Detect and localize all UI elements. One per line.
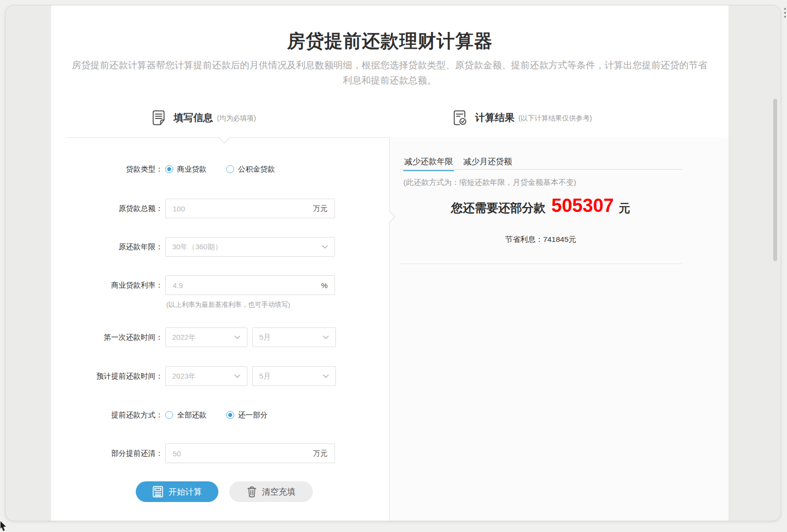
chevron-down-icon: [234, 335, 241, 339]
rate-input[interactable]: [166, 276, 321, 295]
prepay-month-value: 5月: [259, 372, 271, 381]
radio-partial-repay-icon[interactable]: [226, 411, 234, 419]
result-section-title: 计算结果: [475, 111, 515, 124]
loan-amount-unit: 万元: [313, 204, 334, 213]
radio-fund-loan-icon[interactable]: [226, 165, 234, 173]
radio-option-full-repay[interactable]: 全部还款: [165, 411, 207, 420]
prepay-year-value: 2023年: [172, 372, 196, 381]
calculator-icon: [152, 486, 163, 498]
loan-type-row: 贷款类型： 商业贷款 公积金贷款: [51, 159, 275, 179]
prepay-time-label: 预计提前还款时间：: [51, 372, 163, 381]
saved-interest: 节省利息：741845元: [390, 235, 692, 245]
document-lines-icon: [152, 110, 165, 125]
scrollbar-thumb[interactable]: [773, 99, 777, 261]
rate-row: 商业贷款利率： %: [51, 275, 335, 295]
method-note: (此还款方式为：缩短还款年限，月贷金额基本不变): [403, 177, 576, 188]
result-section-note: (以下计算结果仅供参考): [518, 113, 592, 123]
prepay-month-select[interactable]: 5月: [252, 366, 336, 386]
loan-type-label: 贷款类型：: [51, 165, 163, 174]
radio-fund-loan-label[interactable]: 公积金贷款: [238, 165, 275, 174]
mouse-cursor: [0, 521, 8, 532]
first-payment-month-value: 5月: [259, 333, 271, 342]
partial-amount-field: 万元: [165, 443, 335, 463]
rate-label: 商业贷款利率：: [51, 281, 163, 290]
calculate-button-label: 开始计算: [169, 486, 202, 498]
clear-button-label: 清空充填: [262, 486, 296, 498]
result-section-header: 计算结果 (以下计算结果仅供参考): [453, 109, 592, 126]
tabs-underline: [399, 169, 682, 170]
loan-years-value: 30年（360期）: [172, 242, 222, 252]
rate-unit: %: [321, 281, 334, 290]
form-section-header: 填写信息 (均为必填项): [152, 109, 256, 126]
chevron-down-icon: [322, 245, 328, 249]
partial-amount-label: 部分提前还清：: [51, 449, 163, 458]
radio-option-commercial-loan[interactable]: 商业贷款: [165, 165, 207, 174]
partial-amount-input[interactable]: [166, 444, 313, 463]
loan-amount-input[interactable]: [166, 199, 313, 218]
result-prefix: 您还需要还部分款: [451, 201, 545, 214]
clear-button[interactable]: 清空充填: [229, 481, 313, 502]
loan-years-select[interactable]: 30年（360期）: [165, 237, 335, 257]
rate-hint: (以上利率为最新基准利率，也可手动填写): [166, 300, 290, 309]
result-summary: 您还需要还部分款505307元: [390, 195, 692, 216]
desktop-background: { "colors": { "accent": "#3da0d9", "resu…: [0, 0, 787, 532]
radio-full-repay-icon[interactable]: [165, 411, 173, 419]
radio-commercial-loan-icon[interactable]: [165, 165, 173, 173]
prepay-method-label: 提前还款方式：: [51, 411, 163, 420]
radio-option-fund-loan[interactable]: 公积金贷款: [226, 165, 275, 174]
prepay-time-row: 预计提前还款时间： 2023年 5月: [51, 366, 336, 386]
first-payment-month-select[interactable]: 5月: [252, 327, 336, 347]
loan-years-row: 原还款年限： 30年（360期）: [51, 237, 335, 257]
loan-amount-row: 原贷款总额： 万元: [51, 199, 335, 218]
loan-amount-field: 万元: [165, 199, 335, 218]
first-payment-year-value: 2022年: [172, 333, 196, 342]
prepay-year-select[interactable]: 2023年: [165, 366, 247, 386]
first-payment-year-select[interactable]: 2022年: [165, 327, 247, 347]
partial-amount-row: 部分提前还清： 万元: [51, 443, 335, 463]
form-section-title: 填写信息: [174, 111, 213, 124]
loan-years-label: 原还款年限：: [51, 242, 163, 252]
first-payment-label: 第一次还款时间：: [51, 333, 163, 342]
result-panel: 减少还款年限 减少月还贷额 (此还款方式为：缩短还款年限，月贷金额基本不变) 您…: [389, 137, 728, 521]
window-edge-dots: [784, 8, 786, 18]
app-window: 房贷提前还款理财计算器 房贷提前还款计算器帮您计算提前还款后的月供情况及利息数额…: [5, 5, 781, 521]
page-title: 房贷提前还款理财计算器: [51, 29, 728, 54]
result-divider: [399, 264, 682, 264]
chevron-down-icon: [323, 374, 329, 378]
trash-icon: [247, 486, 257, 498]
radio-option-partial-repay[interactable]: 还一部分: [226, 411, 268, 420]
radio-commercial-loan-label[interactable]: 商业贷款: [177, 165, 207, 174]
calculator-page: 房贷提前还款理财计算器 房贷提前还款计算器帮您计算提前还款后的月供情况及利息数额…: [51, 5, 728, 521]
first-payment-row: 第一次还款时间： 2022年 5月: [51, 327, 336, 347]
form-section-note: (均为必填项): [217, 113, 256, 123]
radio-partial-repay-label[interactable]: 还一部分: [238, 411, 268, 420]
chevron-down-icon: [323, 335, 329, 339]
rate-field: %: [165, 275, 335, 295]
page-subtitle: 房贷提前还款计算器帮您计算提前还款后的月供情况及利息数额明细，根据您选择贷款类型…: [70, 58, 709, 88]
calculate-button[interactable]: 开始计算: [136, 481, 218, 502]
prepay-method-row: 提前还款方式： 全部还款 还一部分: [51, 405, 268, 425]
loan-amount-label: 原贷款总额：: [51, 204, 163, 213]
partial-amount-unit: 万元: [313, 449, 334, 458]
document-check-icon: [453, 110, 467, 125]
chevron-down-icon: [234, 374, 241, 378]
result-amount: 505307: [551, 195, 614, 216]
result-unit: 元: [619, 202, 630, 214]
radio-full-repay-label[interactable]: 全部还款: [177, 411, 207, 420]
form-pointer-notch: [218, 131, 230, 143]
